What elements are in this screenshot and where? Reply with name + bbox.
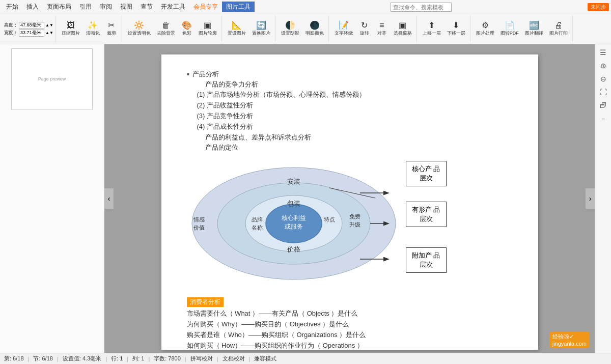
outline-sub-item: 产品的竞争力分析	[205, 80, 513, 89]
toolbar-size-group: 高度： ▲▼ 宽度： ▲▼	[2, 16, 56, 42]
consumer-section: 消费者分析 市场需要什么（ What ）——有关产品（ Objects ）是什么…	[187, 297, 513, 353]
translate-btn[interactable]: 🔤图片翻译	[522, 20, 546, 38]
search-box	[391, 3, 452, 12]
toolbar-group-6: ⬆上移一层 ⬇下移一层	[418, 16, 470, 42]
outline-main-item: ▪ 产品分析	[187, 70, 513, 79]
outline-main-text: 产品分析	[192, 70, 219, 79]
width-field[interactable]	[19, 30, 44, 37]
status-page: 第: 6/18	[4, 355, 24, 362]
status-settings: 设置值: 4.3毫米	[63, 355, 101, 362]
menu-reference[interactable]: 引用	[75, 2, 96, 12]
status-row: 行: 1	[111, 355, 123, 362]
outline-extra-2: 产品的定位	[205, 143, 513, 152]
top-right-area: 未同步	[588, 3, 609, 11]
watermark: 经验啦✓jingyanla.com	[549, 332, 590, 348]
svg-text:价值: 价值	[193, 225, 205, 231]
rotate-btn[interactable]: ↻旋转	[356, 20, 373, 38]
menu-start[interactable]: 开始	[2, 2, 22, 12]
svg-text:包装: 包装	[287, 200, 300, 207]
svg-text:核心利益: 核心利益	[281, 214, 306, 221]
remove-bg-btn[interactable]: 🗑去除背景	[154, 20, 178, 38]
label-core: 核心产 品层次	[406, 161, 447, 186]
svg-text:名称: 名称	[252, 225, 263, 231]
analysis-line-4: 如何购买（ How）——购买组织的作业行为（ Operations ）	[187, 341, 513, 350]
right-btn-view[interactable]: 🗗	[597, 99, 609, 111]
status-doc-compare[interactable]: 文档校对	[223, 355, 245, 362]
toolbar: 高度： ▲▼ 宽度： ▲▼ 🖼压缩图片 ✨清晰化 ✂裁剪 🔆设置透明色 🗑去除背…	[0, 14, 611, 44]
height-label: 高度：	[4, 22, 18, 29]
replace-btn[interactable]: 🔄置换图片	[249, 20, 273, 38]
text-wrap-btn[interactable]: 📝文字环绕	[332, 20, 355, 38]
shadow-btn[interactable]: 🌓设置阴影	[279, 20, 302, 38]
menu-page-layout[interactable]: 页面布局	[43, 2, 75, 12]
left-sidebar: Page preview	[0, 44, 104, 353]
right-btn-zoom-out[interactable]: ⊖	[597, 73, 609, 85]
svg-text:升级: 升级	[349, 221, 360, 228]
menu-dev[interactable]: 开发工具	[157, 2, 189, 12]
outline-btn[interactable]: ▣图片轮廓	[196, 20, 219, 38]
clear-btn[interactable]: ✨清晰化	[84, 20, 102, 38]
shadow-color-btn[interactable]: 🌑明影颜色	[303, 20, 326, 38]
move-up-btn[interactable]: ⬆上移一层	[420, 20, 443, 38]
analysis-line-2: 为何购买（ Why）——购买目的（ Objectives ）是什么	[187, 320, 513, 329]
color-btn[interactable]: 🎨色彩	[179, 20, 195, 38]
analysis-line-1: 市场需要什么（ What ）——有关产品（ Objects ）是什么	[187, 309, 513, 318]
toolbar-group-2: 🔆设置透明色 🗑去除背景 🎨色彩 ▣图片轮廓	[123, 16, 222, 42]
outline-item-4: (4) 产品成长性分析	[197, 122, 513, 131]
width-label: 宽度：	[4, 30, 18, 36]
doc-scroll[interactable]: ▪ 产品分析 产品的竞争力分析 (1) 产品市场地位分析（市场份额、心理份额、情…	[104, 44, 595, 353]
height-arrows[interactable]: ▲▼	[45, 23, 53, 27]
page-thumbnail[interactable]: Page preview	[11, 48, 93, 109]
menu-view[interactable]: 视图	[116, 2, 136, 12]
consumer-section-tag: 消费者分析	[187, 297, 224, 307]
right-btn-more[interactable]: ···	[597, 113, 609, 125]
height-field[interactable]	[19, 22, 44, 29]
status-spell[interactable]: 拼写校对	[190, 355, 213, 362]
crop-btn[interactable]: ✂裁剪	[103, 20, 120, 38]
diagram-labels-right: 核心产 品层次 有形产 品层次 附加产 品层次	[406, 161, 447, 273]
svg-text:或服务: 或服务	[285, 223, 303, 230]
toolbar-group-4: 🌓设置阴影 🌑明影颜色	[276, 16, 329, 42]
menu-review[interactable]: 审阅	[96, 2, 116, 12]
align-btn[interactable]: ≡对齐	[374, 20, 390, 38]
process-btn[interactable]: ⚙图片处理	[474, 20, 497, 38]
page-nav-left[interactable]: ‹	[104, 188, 114, 209]
reset-transparent-btn[interactable]: 🔆设置透明色	[125, 20, 153, 38]
right-btn-menu[interactable]: ☰	[597, 46, 609, 59]
svg-text:品牌: 品牌	[252, 216, 263, 222]
selector-btn[interactable]: ▣选择窗格	[391, 20, 414, 38]
compress-btn[interactable]: 🖼压缩图片	[59, 20, 82, 38]
toolbar-container: 高度： ▲▼ 宽度： ▲▼ 🖼压缩图片 ✨清晰化 ✂裁剪 🔆设置透明色 🗑去除背…	[0, 14, 611, 44]
doc-page: ▪ 产品分析 产品的竞争力分析 (1) 产品市场地位分析（市场份额、心理份额、情…	[161, 54, 538, 350]
outline-bullet-icon: ▪	[187, 70, 190, 79]
svg-text:免费: 免费	[349, 213, 360, 219]
menu-insert[interactable]: 插入	[22, 2, 43, 12]
right-btn-fit[interactable]: ⛶	[597, 86, 609, 98]
status-section: 节: 6/18	[33, 355, 53, 362]
menu-image-tool[interactable]: 图片工具	[222, 2, 255, 12]
status-col: 列: 1	[132, 355, 144, 362]
unsync-badge[interactable]: 未同步	[588, 3, 609, 11]
place-btn[interactable]: 📐置设图片	[225, 20, 248, 38]
analysis-line-3: 购买者是谁（ Who）——购买组织（ Organizations ）是什么	[187, 330, 513, 340]
search-input[interactable]	[391, 3, 452, 12]
toolbar-group-1: 🖼压缩图片 ✨清晰化 ✂裁剪	[57, 16, 122, 42]
move-down-btn[interactable]: ⬇下移一层	[445, 20, 468, 38]
width-arrows[interactable]: ▲▼	[45, 31, 53, 35]
pdf-btn[interactable]: 📄图转PDF	[498, 20, 521, 38]
menu-bar: 开始 插入 页面布局 引用 审阅 视图 查节 开发工具 会员专享 图片工具 未同…	[0, 0, 611, 14]
status-bar: 第: 6/18 | 节: 6/18 | 设置值: 4.3毫米 | 行: 1 | …	[0, 353, 611, 364]
doc-area: ‹ ▪ 产品分析 产品的竞争力分析 (1) 产品市场地位分析（市场份额、心理份额…	[104, 44, 595, 353]
diagram-container: 核心利益 或服务 安装 包装 价格 品牌 名称	[187, 157, 513, 292]
right-btn-zoom-in[interactable]: ⊕	[597, 60, 609, 72]
print-btn[interactable]: 🖨图片打印	[547, 20, 570, 38]
menu-section[interactable]: 查节	[136, 2, 157, 12]
outline-item-3: (3) 产品竞争性分析	[197, 111, 513, 121]
outline-item-1: (1) 产品市场地位分析（市场份额、心理份额、情感份额）	[197, 90, 513, 99]
menu-vip[interactable]: 会员专享	[189, 2, 222, 12]
toolbar-group-5: 📝文字环绕 ↻旋转 ≡对齐 ▣选择窗格	[330, 16, 417, 42]
label-tangible: 有形产 品层次	[406, 202, 447, 227]
svg-text:安装: 安装	[287, 178, 300, 185]
page-nav-right[interactable]: ›	[586, 188, 595, 209]
status-layout-mode: 兼容模式	[254, 355, 276, 362]
